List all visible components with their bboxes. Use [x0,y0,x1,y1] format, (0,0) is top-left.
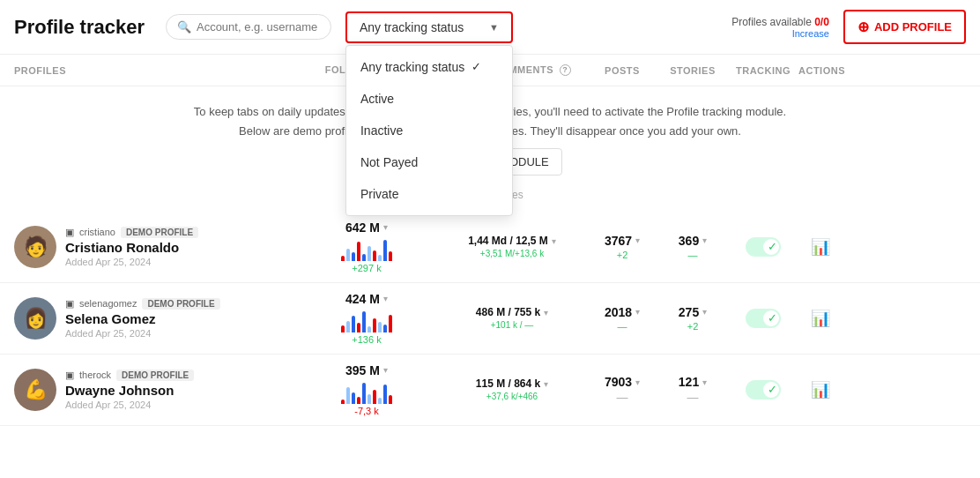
profile-meta: ▣ therock DEMO PROFILE [65,370,194,381]
dropdown-item-label: Inactive [360,123,403,138]
add-profile-button[interactable]: ⊕ ADD PROFILE [843,10,966,44]
posts-dropdown-arrow[interactable]: ▾ [635,307,640,317]
add-profile-label: ADD PROFILE [874,20,952,34]
posts-value: 2018 [605,305,632,319]
profile-name: Selena Gomez [65,311,220,326]
stories-dropdown-arrow[interactable]: ▾ [702,377,707,387]
instagram-icon: ▣ [65,370,74,381]
profile-info: ▣ therock DEMO PROFILE Dwayne Johnson Ad… [65,370,194,410]
dropdown-item-label: Private [360,187,399,201]
avatar: 👩 [14,297,56,340]
likes-value: 115 M / 864 k [476,377,540,390]
dropdown-item-active[interactable]: Active [346,83,512,115]
dropdown-item-private[interactable]: Private [346,178,512,210]
followers-value: 642 M [345,220,380,235]
actions-cell: 📊 [798,309,843,328]
followers-chart [341,379,392,404]
avatar: 💪 [14,369,56,411]
likes-value: 486 M / 755 k [476,306,540,318]
likes-change: +101 k / — [491,320,534,330]
profiles-available-label: Profiles available [731,16,812,28]
col-header-tracking: TRACKING [728,65,798,76]
help-icon-likes[interactable]: ? [560,64,571,76]
col-header-posts: POSTS [587,65,657,76]
profile-name: Cristiano Ronaldo [65,240,198,255]
status-dropdown-button[interactable]: Any tracking status ▼ [345,11,513,43]
profile-info: ▣ cristiano DEMO PROFILE Cristiano Ronal… [65,227,198,267]
likes-data: 115 M / 864 k ▾ +37,6 k/+466 [437,377,587,401]
stories-value: 121 [679,375,699,389]
check-icon: ✓ [768,311,777,325]
chart-icon[interactable]: 📊 [811,237,830,257]
actions-cell: 📊 [798,380,843,400]
likes-dropdown-arrow[interactable]: ▾ [544,308,548,317]
followers-dropdown-arrow[interactable]: ▾ [383,222,388,232]
profile-list: 🧑 ▣ cristiano DEMO PROFILE Cristiano Ron… [0,212,980,426]
stories-dropdown-arrow[interactable]: ▾ [702,235,707,245]
tracking-toggle[interactable]: ✓ [746,237,781,257]
added-date: Added Apr 25, 2024 [65,328,220,339]
plus-circle-icon: ⊕ [858,19,869,35]
added-date: Added Apr 25, 2024 [65,400,194,410]
col-header-stories: STORIES [657,65,728,76]
followers-data: 424 M ▾ +136 k [296,292,437,345]
posts-value: 7903 [605,375,632,389]
table-row: 👩 ▣ selenagomez DEMO PROFILE Selena Gome… [0,283,980,355]
increase-link[interactable]: Increase [731,28,829,39]
likes-value: 1,44 Md / 12,5 M [468,235,548,247]
col-header-actions: ACTIONS [798,65,845,76]
followers-value: 395 M [345,363,380,377]
checkmark-icon: ✓ [471,60,481,73]
demo-badge: DEMO PROFILE [116,370,194,381]
table-row: 💪 ▣ therock DEMO PROFILE Dwayne Johnson … [0,355,980,426]
likes-data: 486 M / 755 k ▾ +101 k / — [437,306,587,330]
col-header-profiles: PROFILES [14,65,296,76]
status-dropdown-menu: Any tracking status ✓ Active Inactive No… [345,45,513,216]
profile-left: 🧑 ▣ cristiano DEMO PROFILE Cristiano Ron… [14,226,296,268]
tracking-toggle-cell: ✓ [728,380,798,400]
tracking-toggle[interactable]: ✓ [746,380,781,400]
avatar: 🧑 [14,226,56,268]
instagram-icon: ▣ [65,227,74,238]
likes-dropdown-arrow[interactable]: ▾ [544,379,548,389]
chart-icon[interactable]: 📊 [811,380,830,400]
search-input[interactable] [197,20,320,34]
profile-meta: ▣ cristiano DEMO PROFILE [65,227,198,238]
dropdown-item-inactive[interactable]: Inactive [346,115,512,146]
posts-dropdown-arrow[interactable]: ▾ [635,377,640,387]
followers-data: 395 M ▾ -7,3 k [296,363,437,416]
stories-value: 275 [679,305,699,319]
dropdown-item-label: Not Payed [360,155,418,169]
dropdown-item-label: Active [360,92,394,106]
followers-change: +136 k [352,334,381,345]
username: therock [79,370,111,380]
followers-dropdown-arrow[interactable]: ▾ [383,365,388,375]
profiles-count: 0/0 [814,16,829,28]
search-box[interactable]: 🔍 [166,14,331,40]
chevron-down-icon: ▼ [489,22,499,33]
username: cristiano [79,227,115,237]
posts-data: 3767 ▾ +2 [587,234,657,260]
followers-dropdown-arrow[interactable]: ▾ [383,294,388,303]
instagram-icon: ▣ [65,298,74,310]
likes-dropdown-arrow[interactable]: ▾ [552,236,556,246]
added-date: Added Apr 25, 2024 [65,257,198,267]
check-icon: ✓ [768,383,777,396]
followers-change: -7,3 k [354,406,379,416]
stories-value: 369 [679,234,699,248]
posts-data: 7903 ▾ — [587,375,657,404]
header: Profile tracker 🔍 Any tracking status ▼ … [0,0,980,55]
status-dropdown-wrapper: Any tracking status ▼ Any tracking statu… [345,11,513,43]
dropdown-item-any[interactable]: Any tracking status ✓ [346,51,512,83]
stories-data: 121 ▾ — [657,375,728,404]
stories-dropdown-arrow[interactable]: ▾ [702,307,707,317]
followers-data: 642 M ▾ +297 k [296,220,437,273]
table-row: 🧑 ▣ cristiano DEMO PROFILE Cristiano Ron… [0,212,980,283]
tracking-toggle-cell: ✓ [728,309,798,328]
profile-info: ▣ selenagomez DEMO PROFILE Selena Gomez … [65,298,220,339]
posts-dropdown-arrow[interactable]: ▾ [635,235,640,245]
tracking-toggle-cell: ✓ [728,237,798,257]
chart-icon[interactable]: 📊 [811,309,830,328]
tracking-toggle[interactable]: ✓ [746,309,781,328]
dropdown-item-not-payed[interactable]: Not Payed [346,146,512,178]
